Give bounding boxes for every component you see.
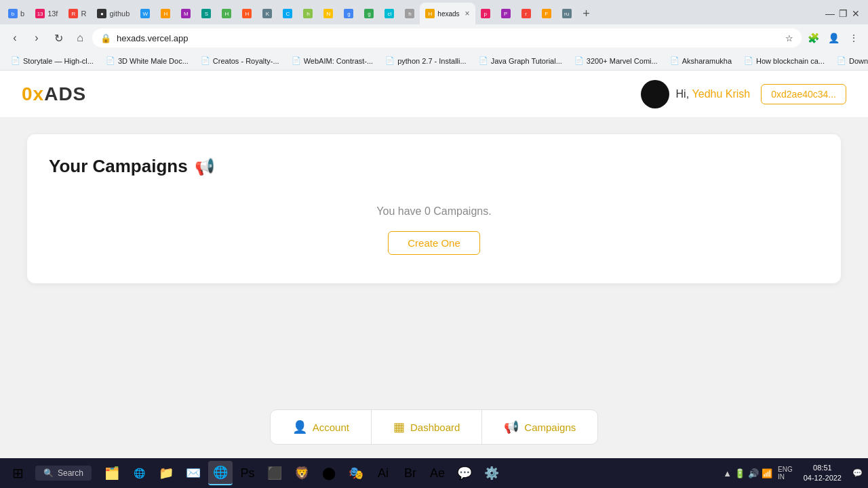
menu-icon[interactable]: ⋮ <box>845 29 863 47</box>
tab[interactable]: F <box>536 3 557 24</box>
new-tab-button[interactable]: + <box>577 4 596 23</box>
taskbar-app-illustrator[interactable]: Ai <box>371 461 395 485</box>
tab[interactable]: g <box>359 3 379 24</box>
tab[interactable]: M <box>176 3 196 24</box>
tab[interactable]: N <box>318 3 338 24</box>
user-name: Yedhu Krish <box>692 88 751 100</box>
bookmark-aksharamukha[interactable]: 📄Aksharamukha <box>665 54 737 68</box>
greeting-text: Hi, Yedhu Krish <box>676 88 751 100</box>
tab[interactable]: S <box>196 3 216 24</box>
taskbar-app-mail[interactable]: ✉️ <box>181 461 205 485</box>
bottom-nav-inner: 👤 Account ▦ Dashboard 📢 Campaigns <box>270 409 598 445</box>
taskbar-app-vlc[interactable]: 🎭 <box>344 461 368 485</box>
tab[interactable]: RR <box>63 3 92 24</box>
home-button[interactable]: ⌂ <box>71 28 90 47</box>
nav-bar: ‹ › ↻ ⌂ 🔒 hexads.vercel.app ☆ 🧩 👤 ⋮ <box>0 24 868 52</box>
taskbar-search[interactable]: 🔍 Search <box>35 466 92 481</box>
tab[interactable]: H <box>216 3 237 24</box>
browser-chrome: bb 1313f RR ●github W H M S H H K C h N … <box>0 0 868 70</box>
bookmark-python[interactable]: 📄python 2.7 - Installi... <box>380 54 472 68</box>
bookmark-download[interactable]: 📄Download 204 free... <box>831 54 868 68</box>
restore-icon[interactable]: ❐ <box>839 8 848 19</box>
bookmark-java[interactable]: 📄Java Graph Tutorial... <box>473 54 568 68</box>
taskbar-app-extra[interactable]: ⚙️ <box>479 461 504 485</box>
taskbar-apps: 🗂️ 🌐 📁 ✉️ 🌐 Ps ⬛ 🦁 ⬤ 🎭 Ai Br Ae 💬 ⚙️ <box>100 461 504 485</box>
nav-item-dashboard[interactable]: ▦ Dashboard <box>372 410 482 444</box>
main-content: Your Campaigns 📢 You have 0 Campaigns. C… <box>0 118 868 396</box>
minimize-icon[interactable]: — <box>825 8 835 19</box>
taskbar-app-adobe[interactable]: Ps <box>235 461 260 485</box>
bookmark-blockchain[interactable]: 📄How blockchain ca... <box>738 54 830 68</box>
address-text[interactable]: hexads.vercel.app <box>117 33 780 43</box>
taskbar-right: ▲ 🔋 🔊 📶 ENGIN 08:51 04-12-2022 💬 <box>723 463 863 484</box>
bookmark-storytale[interactable]: 📄Storytale — High-cl... <box>5 54 99 68</box>
language-indicator: ENGIN <box>778 466 793 481</box>
taskbar-app-browser[interactable]: 🌐 <box>208 461 233 485</box>
nav-item-dashboard-label: Dashboard <box>410 422 460 433</box>
taskbar-app-whatsapp[interactable]: 💬 <box>452 461 477 485</box>
tab[interactable]: h <box>298 3 318 24</box>
logo-suffix: ADS <box>44 83 86 104</box>
tab[interactable]: 1313f <box>30 3 63 24</box>
start-button[interactable]: ⊞ <box>5 461 30 485</box>
reload-button[interactable]: ↻ <box>49 28 68 47</box>
card-empty-state: You have 0 Campaigns. Create One <box>49 199 819 262</box>
create-one-button[interactable]: Create One <box>388 231 480 255</box>
taskbar-tray: ▲ 🔋 🔊 📶 <box>723 468 772 479</box>
tray-volume-icon[interactable]: 🔊 <box>748 468 759 479</box>
bookmark-marvel[interactable]: 📄3200+ Marvel Comi... <box>569 54 663 68</box>
forward-button[interactable]: › <box>27 28 46 47</box>
header-right: Hi, Yedhu Krish 0xd2ae40c34... <box>641 80 846 108</box>
tab[interactable]: W <box>135 3 155 24</box>
taskbar-clock[interactable]: 08:51 04-12-2022 <box>798 463 847 484</box>
taskbar-app-edge[interactable]: 🌐 <box>127 461 151 485</box>
taskbar-app-adobe2[interactable]: Br <box>398 461 422 485</box>
nav-item-campaigns[interactable]: 📢 Campaigns <box>482 410 597 444</box>
tab[interactable]: r <box>516 3 536 24</box>
tab[interactable]: P <box>496 3 516 24</box>
taskbar-app-ae[interactable]: Ae <box>425 461 450 485</box>
search-label: Search <box>58 468 83 478</box>
clock-date: 04-12-2022 <box>804 473 842 483</box>
taskbar-app-explorer[interactable]: 🗂️ <box>100 461 124 485</box>
profile-icon[interactable]: 👤 <box>825 29 842 47</box>
taskbar: ⊞ 🔍 Search 🗂️ 🌐 📁 ✉️ 🌐 Ps ⬛ 🦁 ⬤ 🎭 Ai Br … <box>0 458 868 488</box>
greeting-prefix: Hi, <box>676 88 692 100</box>
taskbar-app-files[interactable]: 📁 <box>154 461 178 485</box>
avatar <box>641 80 669 108</box>
tab[interactable]: h <box>399 3 420 24</box>
wallet-badge[interactable]: 0xd2ae40c34... <box>761 84 846 104</box>
logo: 0xADS <box>22 83 86 105</box>
tab[interactable]: C <box>277 3 298 24</box>
bookmark-3d[interactable]: 📄3D White Male Doc... <box>100 54 194 68</box>
tab[interactable]: cl <box>379 3 399 24</box>
tab-active[interactable]: Hhexads× <box>420 3 475 24</box>
notification-area[interactable]: 💬 <box>852 468 863 478</box>
taskbar-app-vscode[interactable]: ⬛ <box>262 461 287 485</box>
star-icon[interactable]: ☆ <box>785 33 793 43</box>
tray-up-icon[interactable]: ▲ <box>723 468 732 479</box>
tab[interactable]: g <box>338 3 359 24</box>
tab[interactable]: H <box>155 3 176 24</box>
taskbar-app-chrome[interactable]: ⬤ <box>317 461 341 485</box>
bookmark-webaim[interactable]: 📄WebAIM: Contrast-... <box>286 54 379 68</box>
tab[interactable]: ru <box>557 3 577 24</box>
tray-network-icon[interactable]: 📶 <box>762 468 772 479</box>
address-bar[interactable]: 🔒 hexads.vercel.app ☆ <box>92 28 802 47</box>
tab[interactable]: bb <box>3 3 30 24</box>
tab[interactable]: ●github <box>92 3 135 24</box>
tab[interactable]: K <box>257 3 277 24</box>
nav-item-account[interactable]: 👤 Account <box>271 410 372 444</box>
tab-extra-controls: — ❐ ✕ <box>825 8 865 19</box>
tab[interactable]: p <box>475 3 496 24</box>
nav-item-account-label: Account <box>313 422 349 433</box>
tray-battery-icon: 🔋 <box>734 468 745 479</box>
app-header: 0xADS Hi, Yedhu Krish 0xd2ae40c34... <box>0 70 868 118</box>
bookmark-creatos[interactable]: 📄Creatos - Royalty-... <box>195 54 285 68</box>
clock-time: 08:51 <box>804 463 842 473</box>
close-icon[interactable]: ✕ <box>852 8 860 19</box>
taskbar-app-brave[interactable]: 🦁 <box>290 461 314 485</box>
tab[interactable]: H <box>237 3 257 24</box>
back-button[interactable]: ‹ <box>5 28 24 47</box>
extensions-icon[interactable]: 🧩 <box>804 29 822 47</box>
